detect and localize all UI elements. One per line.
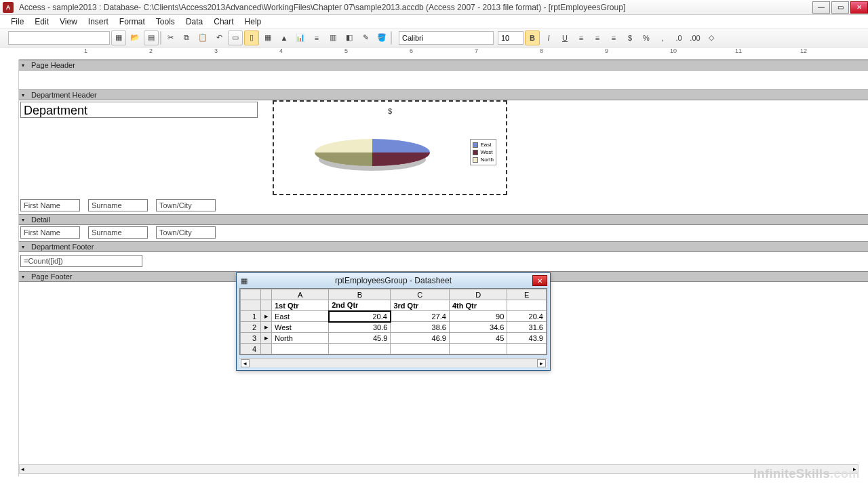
access-app-icon: A bbox=[3, 2, 14, 13]
hdr-q2[interactable]: 2nd Qtr bbox=[329, 300, 391, 311]
currency-icon[interactable]: $ bbox=[623, 30, 637, 45]
cut-icon[interactable]: ✂ bbox=[163, 30, 178, 45]
chart-type-icon[interactable]: 📊 bbox=[293, 30, 308, 45]
datasheet-close-button[interactable]: ✕ bbox=[532, 275, 547, 286]
decrease-decimal-icon[interactable]: .00 bbox=[688, 30, 703, 45]
menu-format[interactable]: Format bbox=[114, 17, 151, 26]
datasheet-grid[interactable]: A B C D E 1st Qtr 2nd Qtr 3rd Qtr 4th Qt… bbox=[239, 288, 547, 355]
surname-header[interactable]: Surname bbox=[88, 199, 148, 211]
hdr-q3[interactable]: 3rd Qtr bbox=[391, 300, 450, 311]
minimize-button[interactable]: — bbox=[812, 1, 830, 14]
category-axis-icon[interactable]: ≡ bbox=[309, 30, 324, 45]
section-page-header[interactable]: Page Header bbox=[19, 60, 868, 70]
cell[interactable]: 43.9 bbox=[507, 333, 547, 344]
design-hscroll[interactable]: ◂ ▸ bbox=[19, 464, 859, 474]
bold-button[interactable]: B bbox=[525, 30, 540, 45]
properties-icon[interactable]: ▤ bbox=[144, 30, 159, 45]
angle-text-icon[interactable]: ◇ bbox=[704, 30, 719, 45]
menu-data[interactable]: Data bbox=[180, 17, 208, 26]
count-expression[interactable]: =Count([id]) bbox=[20, 255, 142, 267]
towncity-header[interactable]: Town/City bbox=[156, 199, 216, 211]
undo-icon[interactable]: ↶ bbox=[212, 30, 226, 45]
view-datasheet-icon[interactable]: ▦ bbox=[111, 30, 126, 45]
scroll-left-icon[interactable]: ◂ bbox=[241, 359, 250, 367]
object-selector[interactable] bbox=[8, 31, 110, 45]
font-name-select[interactable]: Calibri bbox=[399, 31, 494, 45]
datasheet-window[interactable]: ▦ rptEmployeesGroup - Datasheet ✕ A B C … bbox=[236, 272, 551, 371]
underline-button[interactable]: U bbox=[557, 30, 572, 45]
datasheet-titlebar[interactable]: ▦ rptEmployeesGroup - Datasheet ✕ bbox=[237, 273, 550, 288]
scroll-left-icon[interactable]: ◂ bbox=[21, 466, 24, 472]
cell[interactable]: 20.4 bbox=[329, 311, 391, 322]
legend-north: North bbox=[480, 156, 494, 163]
table-icon[interactable]: ▦ bbox=[260, 30, 275, 45]
cell[interactable]: 45.9 bbox=[329, 333, 391, 344]
align-left-icon[interactable]: ≡ bbox=[574, 30, 589, 45]
cell[interactable]: 38.6 bbox=[391, 322, 450, 333]
section-detail[interactable]: Detail bbox=[19, 214, 868, 225]
cell[interactable]: 27.4 bbox=[391, 311, 450, 322]
dept-footer-body[interactable]: =Count([id]) bbox=[19, 252, 853, 271]
hdr-q1[interactable]: 1st Qtr bbox=[272, 300, 329, 311]
cell[interactable]: 31.6 bbox=[507, 322, 547, 333]
cell-region[interactable]: West bbox=[272, 322, 329, 333]
menu-chart[interactable]: Chart bbox=[208, 17, 239, 26]
col-e[interactable]: E bbox=[507, 289, 547, 300]
legend-icon[interactable]: ◧ bbox=[342, 30, 357, 45]
paste-icon[interactable]: 📋 bbox=[195, 30, 210, 45]
cell[interactable]: 30.6 bbox=[329, 322, 391, 333]
font-size-select[interactable]: 10 bbox=[498, 31, 524, 45]
first-name-field[interactable]: First Name bbox=[20, 226, 80, 239]
chart-legend: East West North bbox=[470, 139, 496, 165]
cell-region[interactable]: East bbox=[272, 311, 329, 322]
cell-region[interactable]: North bbox=[272, 333, 329, 344]
col-a[interactable]: A bbox=[272, 289, 329, 300]
hdr-q4[interactable]: 4th Qtr bbox=[449, 300, 507, 311]
detail-body[interactable]: First Name Surname Town/City bbox=[19, 225, 853, 241]
italic-button[interactable]: I bbox=[541, 30, 556, 45]
datasheet-hscroll[interactable]: ◂ ▸ bbox=[239, 358, 547, 367]
comma-icon[interactable]: , bbox=[655, 30, 670, 45]
dept-header-body[interactable]: Department First Name Surname Town/City … bbox=[19, 100, 853, 214]
maximize-button[interactable]: ▭ bbox=[831, 1, 849, 14]
cell[interactable]: 90 bbox=[449, 311, 507, 322]
fill-icon[interactable]: ▲ bbox=[277, 30, 292, 45]
section-dept-header[interactable]: Department Header bbox=[19, 89, 868, 100]
align-right-icon[interactable]: ≡ bbox=[606, 30, 621, 45]
drawing-icon[interactable]: ✎ bbox=[358, 30, 373, 45]
by-column-icon[interactable]: ▯ bbox=[244, 30, 259, 45]
fill-color-icon[interactable]: 🪣 bbox=[374, 30, 389, 45]
import-icon[interactable]: 📂 bbox=[127, 30, 142, 45]
increase-decimal-icon[interactable]: .0 bbox=[671, 30, 686, 45]
cell[interactable]: 46.9 bbox=[391, 333, 450, 344]
menu-help[interactable]: Help bbox=[239, 17, 267, 26]
menu-tools[interactable]: Tools bbox=[151, 17, 180, 26]
menu-view[interactable]: View bbox=[54, 17, 83, 26]
menu-insert[interactable]: Insert bbox=[83, 17, 114, 26]
menu-edit[interactable]: Edit bbox=[29, 17, 54, 26]
menu-bar: File Edit View Insert Format Tools Data … bbox=[0, 15, 868, 28]
title-bar: A Access - sample2013 : Database- C:\Cli… bbox=[0, 0, 868, 15]
department-label[interactable]: Department bbox=[20, 102, 258, 118]
first-name-header[interactable]: First Name bbox=[20, 199, 80, 211]
scroll-right-icon[interactable]: ▸ bbox=[537, 359, 546, 367]
percent-icon[interactable]: % bbox=[639, 30, 654, 45]
section-dept-footer[interactable]: Department Footer bbox=[19, 241, 868, 252]
col-b[interactable]: B bbox=[329, 289, 391, 300]
pie-chart bbox=[315, 129, 430, 176]
value-axis-icon[interactable]: ▥ bbox=[326, 30, 340, 45]
menu-file[interactable]: File bbox=[5, 17, 29, 26]
copy-icon[interactable]: ⧉ bbox=[179, 30, 194, 45]
page-header-body[interactable] bbox=[19, 70, 511, 89]
cell[interactable]: 34.6 bbox=[449, 322, 507, 333]
col-c[interactable]: C bbox=[391, 289, 450, 300]
towncity-field[interactable]: Town/City bbox=[156, 226, 216, 239]
col-d[interactable]: D bbox=[449, 289, 507, 300]
by-row-icon[interactable]: ▭ bbox=[228, 30, 243, 45]
surname-field[interactable]: Surname bbox=[88, 226, 148, 239]
cell[interactable]: 20.4 bbox=[507, 311, 547, 322]
align-center-icon[interactable]: ≡ bbox=[590, 30, 605, 45]
chart-object[interactable]: $ East West North bbox=[273, 100, 507, 195]
close-button[interactable]: ✕ bbox=[850, 1, 868, 14]
cell[interactable]: 45 bbox=[449, 333, 507, 344]
